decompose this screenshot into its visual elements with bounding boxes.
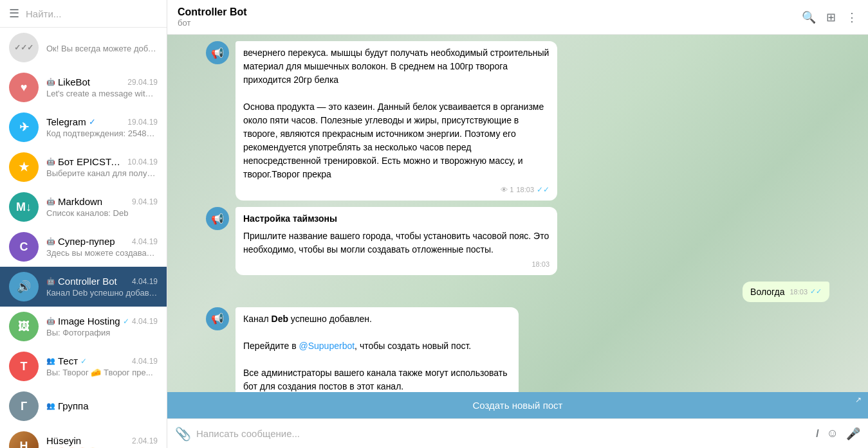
avatar: M↓	[9, 192, 39, 222]
chat-name-row: 👥Группа	[46, 400, 158, 411]
chat-info: 🤖Супер-пупер 4.04.19 Здесь вы можете соз…	[46, 236, 158, 258]
message-text: Пришлите название вашего города, чтобы у…	[243, 229, 549, 256]
chat-type-icon: 🤖	[46, 197, 55, 206]
chat-info: Ок! Вы всегда можете доба...	[46, 42, 158, 53]
chat-type-icon: 🤖	[46, 157, 55, 166]
chat-name-row: 🤖LikeBot 29.04.19	[46, 76, 158, 87]
chat-item-epicstars[interactable]: ★ 🤖Бот EPICSTARS 10.04.19 Выберите канал…	[0, 147, 167, 187]
message-bubble: Настройка таймзоны Пришлите название ваш…	[235, 207, 557, 275]
create-post-bar[interactable]: ↗ Создать новый пост	[167, 392, 868, 418]
avatar: Т	[9, 352, 39, 381]
chat-type-icon: 👥	[46, 402, 55, 410]
chat-preview: Вы: Творог 🧀 Творог пре...	[46, 368, 158, 377]
chat-item-group[interactable]: Г 👥Группа	[0, 386, 167, 426]
sidebar: ☰ ✓✓✓ Ок! Вы всегда можете доба... ♥ 🤖Li…	[0, 0, 167, 448]
chat-list: ✓✓✓ Ок! Вы всегда можете доба... ♥ 🤖Like…	[0, 28, 167, 448]
avatar: С	[9, 232, 39, 262]
messages-area: 📢 вечернего перекуса. мышцы будут получа…	[167, 35, 868, 392]
check-icon: ✓✓	[537, 184, 549, 195]
chat-item-superpuper[interactable]: С 🤖Супер-пупер 4.04.19 Здесь вы можете с…	[0, 227, 167, 267]
chat-time: 4.04.19	[132, 237, 158, 246]
chat-time: 4.04.19	[132, 277, 158, 286]
chat-name: Супер-пупер	[58, 236, 115, 247]
mic-icon[interactable]: 🎤	[846, 427, 860, 441]
search-input[interactable]	[26, 8, 158, 19]
chat-item-markdown[interactable]: M↓ 🤖Markdown 9.04.19 Список каналов: Deb	[0, 187, 167, 227]
chat-name-row: Hüseyin 2.04.19	[46, 435, 158, 446]
menu-icon[interactable]: ☰	[9, 6, 19, 21]
message-text: Вологда	[750, 287, 784, 297]
chat-item-controllerbot[interactable]: 🔊 🤖Controller Bot 4.04.19 Канал Deb успе…	[0, 267, 167, 307]
outgoing-row: Вологда 18:03 ✓✓	[206, 282, 829, 302]
chat-name: Бот EPICSTARS	[58, 156, 125, 167]
chat-time: 19.04.19	[127, 118, 158, 127]
chat-item-test[interactable]: Т 👥Тест ✓ 4.04.19 Вы: Творог 🧀 Творог пр…	[0, 346, 167, 386]
command-icon[interactable]: /	[816, 428, 818, 440]
chat-info: 🤖LikeBot 29.04.19 Let's create a message…	[46, 76, 158, 98]
chat-info: Telegram✓ 19.04.19 Код подтверждения: 25…	[46, 116, 158, 138]
chat-info: 🤖Controller Bot 4.04.19 Канал Deb успешн…	[46, 276, 158, 298]
chat-item-likebot[interactable]: ♥ 🤖LikeBot 29.04.19 Let's create a messa…	[0, 67, 167, 107]
chat-name-row: 🤖Image Hosting ✓ 4.04.19	[46, 316, 158, 327]
chat-name-row: 👥Тест ✓ 4.04.19	[46, 355, 158, 366]
message-bubble-outgoing: Вологда 18:03 ✓✓	[743, 282, 829, 302]
chat-item-ok[interactable]: ✓✓✓ Ок! Вы всегда можете доба...	[0, 28, 167, 67]
sidebar-header: ☰	[0, 0, 167, 28]
chat-time: 4.04.19	[132, 357, 158, 366]
avatar: Г	[9, 391, 39, 421]
chat-info: 🤖Image Hosting ✓ 4.04.19 Вы: Фотография	[46, 316, 158, 337]
chat-name: Image Hosting	[58, 316, 120, 327]
attach-icon[interactable]: 📎	[175, 426, 191, 442]
chat-preview: Вы: Фотография	[46, 328, 158, 337]
chat-subtitle: бот	[178, 18, 247, 28]
chat-name: Controller Bot	[58, 276, 117, 287]
bot-avatar: 📢	[206, 207, 229, 230]
check-icon: ✓	[123, 317, 129, 326]
message-time: 18:03	[516, 184, 534, 195]
message-bubble: Канал Deb успешно добавлен.Перейдите в @…	[235, 307, 519, 393]
more-icon[interactable]: ⋮	[846, 10, 858, 24]
chat-time: 4.04.19	[132, 317, 158, 326]
chat-time: 9.04.19	[132, 197, 158, 206]
view-icon: 👁 1	[501, 184, 513, 195]
chat-name-row: 🤖Супер-пупер 4.04.19	[46, 236, 158, 247]
emoji-icon[interactable]: ☺	[827, 427, 838, 440]
mention-link[interactable]: @Supuperbot	[299, 341, 355, 351]
avatar: ✓✓✓	[9, 33, 39, 62]
chat-name: Telegram	[46, 116, 86, 127]
chat-name: Hüseyin	[46, 435, 81, 446]
avatar: H	[9, 431, 39, 448]
chat-preview: Выберите канал для получе...	[46, 168, 158, 178]
avatar: 🔊	[9, 272, 39, 301]
chat-item-telegram[interactable]: ✈ Telegram✓ 19.04.19 Код подтверждения: …	[0, 107, 167, 147]
chat-preview: Канал Deb успешно добавл...	[46, 288, 158, 298]
message-input[interactable]	[196, 424, 811, 443]
chat-header-actions: 🔍 ⊞ ⋮	[802, 10, 858, 24]
main-chat: Controller Bot бот 🔍 ⊞ ⋮ 📢 вечернего пер…	[167, 0, 868, 448]
message-bubble: вечернего перекуса. мышцы будут получать…	[235, 41, 557, 201]
messages-container: 📢 вечернего перекуса. мышцы будут получа…	[167, 35, 868, 392]
chat-header-info: Controller Bot бот	[178, 6, 247, 28]
chat-title: Controller Bot	[178, 6, 247, 18]
chat-info: 🤖Markdown 9.04.19 Список каналов: Deb	[46, 196, 158, 218]
chat-type-icon: 👥	[46, 357, 55, 365]
chat-preview: Здесь вы можете создавать...	[46, 248, 158, 258]
chat-info: 👥Тест ✓ 4.04.19 Вы: Творог 🧀 Творог пре.…	[46, 355, 158, 377]
expand-icon: ↗	[855, 395, 862, 404]
chat-time: 29.04.19	[127, 78, 158, 87]
chat-info: Hüseyin 2.04.19 😞😡😡😡😁	[46, 435, 158, 448]
chat-name-row: Telegram✓ 19.04.19	[46, 116, 158, 127]
chat-name: Тест	[58, 355, 78, 366]
chat-item-imagehosting[interactable]: 🖼 🤖Image Hosting ✓ 4.04.19 Вы: Фотографи…	[0, 307, 167, 346]
chat-type-icon: 🤖	[46, 237, 55, 246]
chat-preview: Ок! Вы всегда можете доба...	[46, 44, 158, 53]
bot-avatar: 📢	[206, 307, 229, 330]
avatar: 🖼	[9, 312, 39, 341]
columns-icon[interactable]: ⊞	[826, 10, 836, 24]
check-icon: ✓✓	[810, 287, 822, 296]
chat-type-icon: 🤖	[46, 317, 55, 325]
chat-item-huseyin[interactable]: H Hüseyin 2.04.19 😞😡😡😡😁	[0, 426, 167, 448]
chat-name: LikeBot	[58, 76, 90, 87]
message-row: 📢 вечернего перекуса. мышцы будут получа…	[206, 41, 829, 201]
search-icon[interactable]: 🔍	[802, 10, 816, 24]
